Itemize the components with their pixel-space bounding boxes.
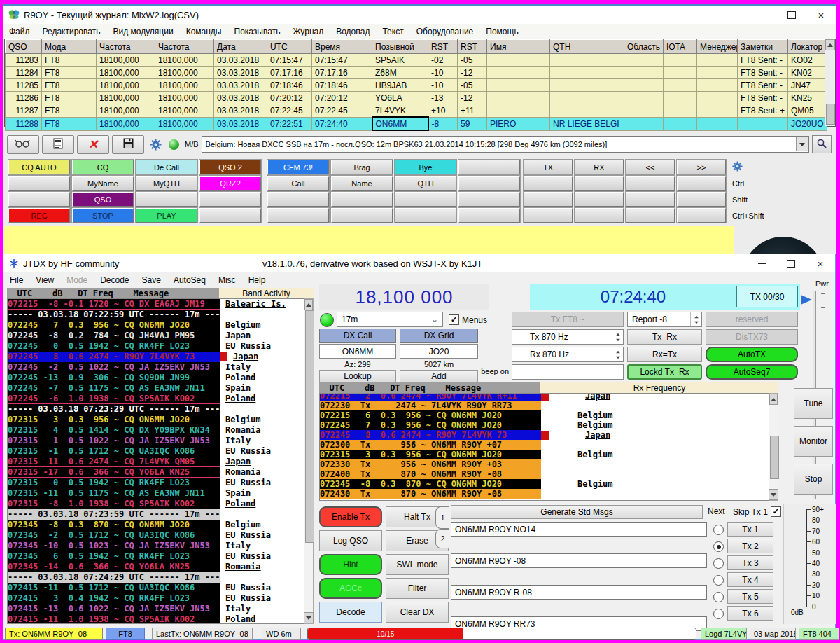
macro-button-rec[interactable]: REC — [8, 208, 70, 223]
menu-item-файл[interactable]: Файл — [3, 25, 36, 39]
menu-item-decode[interactable]: Decode — [94, 273, 135, 287]
decode-line[interactable]: 072215 -8 -0.1 1720 ~ CQ DX EA6AJ JM19Ba… — [8, 299, 304, 310]
log-row[interactable]: 11287FT818100,00018100,00003.03.201807:2… — [6, 104, 827, 118]
decode-line[interactable]: 072345 -2 0.5 1712 ~ CQ UA3IQC KO86EU Ru… — [8, 530, 304, 541]
decode-button[interactable]: Decode — [319, 602, 382, 623]
macro-button-tx[interactable]: TX — [524, 160, 573, 174]
decode-line[interactable]: 072345 -8 0.3 870 ~ CQ ON6MM JO20Belgium — [320, 479, 769, 489]
macro-button-call[interactable]: Call — [267, 176, 329, 191]
macro-button-blank[interactable] — [524, 176, 573, 191]
decode-line[interactable]: 072245 -2 0.5 1022 ~ CQ JA IZ5EKV JN53It… — [8, 362, 304, 373]
macro-button-cq-auto[interactable]: CQ AUTO — [8, 160, 70, 174]
search-button[interactable] — [812, 135, 832, 153]
column-header-qth[interactable]: QTH — [550, 40, 624, 54]
tx-select-radio-3[interactable] — [713, 558, 724, 569]
macro-button-cfm-73[interactable]: CFM 73! — [267, 160, 329, 174]
column-header-мода[interactable]: Мода — [42, 40, 97, 54]
tx-select-radio-4[interactable] — [713, 575, 724, 586]
skip-tx1-checkbox-box[interactable]: ✓ — [771, 506, 781, 517]
macro-button-qso[interactable]: QSO — [72, 192, 134, 207]
clear-dx-button[interactable]: Clear DX — [386, 602, 449, 623]
macro-button-play[interactable]: PLAY — [136, 208, 197, 223]
menu-item-autoseq[interactable]: AutoSeq — [167, 273, 212, 287]
decode-line[interactable]: 072315 -1 0.5 1712 ~ CQ UA3IQC KO86EU Ru… — [8, 446, 304, 457]
decode-line[interactable]: 072345 -14 0.6 366 ~ CQ YO6LA KN25Romani… — [8, 562, 304, 572]
text-rx-strip[interactable] — [4, 226, 734, 256]
decode-line[interactable]: 072245 7 0.3 956 ~ CQ ON6MM JO20Belgium — [8, 320, 304, 331]
beep-on-field[interactable] — [512, 364, 624, 380]
band-select[interactable]: 17m ⌄ — [337, 312, 443, 327]
macro-button-blank[interactable] — [524, 208, 573, 223]
macro-button-rx[interactable]: RX — [575, 160, 624, 174]
callsign-info-field[interactable]: Belgium: Новая DXCC SSB на 17m - посл.QS… — [202, 136, 809, 153]
menu-item-view[interactable]: View — [29, 273, 60, 287]
close-icon[interactable]: × — [806, 254, 835, 272]
column-header-rst[interactable]: RST — [458, 40, 487, 54]
macro-button-blank[interactable] — [331, 192, 393, 207]
dx-grid-field[interactable]: JO20 — [400, 344, 478, 359]
decode-line[interactable]: 072245 -7 0.5 1175 ~ CQ AS EA3NW JN11Spa… — [8, 383, 304, 394]
decode-line[interactable]: 072345 -8 0.3 870 ~ CQ ON6MM JO20Belgium — [8, 520, 304, 530]
decode-line[interactable]: 072415 -13 0.6 1022 ~ CQ JA IZ5EKV JN53I… — [8, 604, 304, 614]
decode-line[interactable]: 072215 6 0.3 956 ~ CQ ON6MM JO20Belgium — [320, 410, 769, 420]
decode-line[interactable]: 072430 Tx 870 ~ ON6MM R9OY -08 — [320, 489, 769, 499]
tx-3-button[interactable]: Tx 3 — [727, 555, 774, 570]
edit-record-button[interactable] — [42, 135, 74, 154]
rx-frequency-scrollbar[interactable] — [769, 393, 778, 501]
macro-button-cq[interactable]: CQ — [72, 160, 134, 174]
column-header-qso[interactable]: QSO — [6, 40, 42, 54]
menus-checkbox[interactable]: ✓ Menus — [449, 314, 487, 325]
menu-item-журнал[interactable]: Журнал — [286, 25, 330, 39]
menu-item-текст[interactable]: Текст — [376, 25, 410, 39]
menu-item-file[interactable]: File — [4, 273, 29, 287]
tx-6-button[interactable]: Tx 6 — [727, 606, 774, 621]
macro-button-blank[interactable] — [458, 208, 520, 223]
gear-icon[interactable] — [147, 136, 164, 153]
macro-button-blank[interactable] — [458, 160, 520, 174]
menu-item-оборудование[interactable]: Оборудование — [410, 25, 480, 39]
decode-line[interactable]: 072315 3 0.3 956 ~ CQ ON6MM JO20Belgium — [8, 415, 304, 425]
menu-item-команды[interactable]: Команды — [180, 25, 228, 39]
decode-line[interactable]: ----- 03.03.18 07:22:59 UTC ------ 17m -… — [8, 310, 304, 320]
decode-line[interactable]: 072315 -8 1.0 1938 ~ CQ SP5AIK KO02Polan… — [8, 499, 304, 509]
maximize-icon[interactable] — [777, 6, 806, 24]
table-scrollbar[interactable] — [825, 39, 835, 126]
info-dropdown-icon[interactable] — [796, 137, 808, 151]
msg-tab-1[interactable]: 1 — [435, 506, 449, 529]
macro-button-qrz[interactable]: QRZ? — [200, 176, 261, 191]
auto-tx-button[interactable]: AutoTX — [706, 347, 798, 362]
tx-select-radio-2[interactable] — [713, 541, 724, 552]
tx-message-field-3[interactable]: ON6MM R9OY R-08 — [451, 585, 707, 600]
macro-button-bye[interactable]: Bye — [395, 160, 456, 174]
decode-line[interactable]: ----- 03.03.18 07:23:59 UTC ------ 17m -… — [8, 509, 304, 520]
decode-line[interactable]: 072245 -13 0.9 306 ~ CQ SQ9OH JN99Poland — [8, 373, 304, 383]
skip-tx1-checkbox[interactable]: Skip Tx 1 ✓ — [733, 506, 781, 517]
macro-button-blank[interactable]: >> — [677, 160, 726, 174]
maximize-icon[interactable] — [776, 254, 806, 272]
decode-line[interactable]: 072230 Tx 2474 ~ 7L4VYK R9OY RR73 — [320, 401, 769, 410]
macro-button-blank[interactable] — [677, 208, 726, 223]
agcc-button[interactable]: AGCc — [319, 578, 382, 599]
monitor-button[interactable]: Monitor — [794, 426, 833, 457]
macro-button-blank[interactable] — [524, 192, 573, 207]
column-header-частота[interactable]: Частота — [155, 40, 214, 54]
tx-1-button[interactable]: Tx 1 — [727, 522, 774, 537]
dx-call-field[interactable]: ON6MM — [319, 344, 396, 359]
macro-button-blank[interactable] — [200, 208, 261, 223]
decode-line[interactable]: 072300 Tx 956 ~ ON6MM R9OY +07 — [320, 440, 769, 450]
macro-button-blank[interactable] — [136, 192, 197, 207]
macro-button-blank[interactable] — [677, 192, 726, 207]
decode-line[interactable]: 072400 Tx 870 ~ ON6MM R9OY -08 — [320, 469, 769, 479]
minimize-icon[interactable] — [748, 6, 777, 24]
menu-item-редактировать[interactable]: Редактировать — [36, 25, 107, 39]
tx-select-radio-6[interactable] — [713, 609, 724, 619]
rx-freq-spinner[interactable]: Rx 870 Hz — [512, 347, 624, 362]
macro-button-blank[interactable] — [395, 192, 456, 207]
decode-line[interactable]: 072315 0 0.5 1942 ~ CQ RK4FF LO23EU Russ… — [8, 478, 304, 488]
close-icon[interactable]: × — [806, 6, 836, 24]
macro-button-blank[interactable] — [626, 176, 675, 191]
macro-button-blank[interactable] — [677, 176, 726, 191]
auto-seq-button[interactable]: AutoSeq7 — [706, 364, 798, 380]
menu-item-misc[interactable]: Misc — [212, 273, 242, 287]
menu-item-вид-модуляции[interactable]: Вид модуляции — [106, 25, 179, 39]
